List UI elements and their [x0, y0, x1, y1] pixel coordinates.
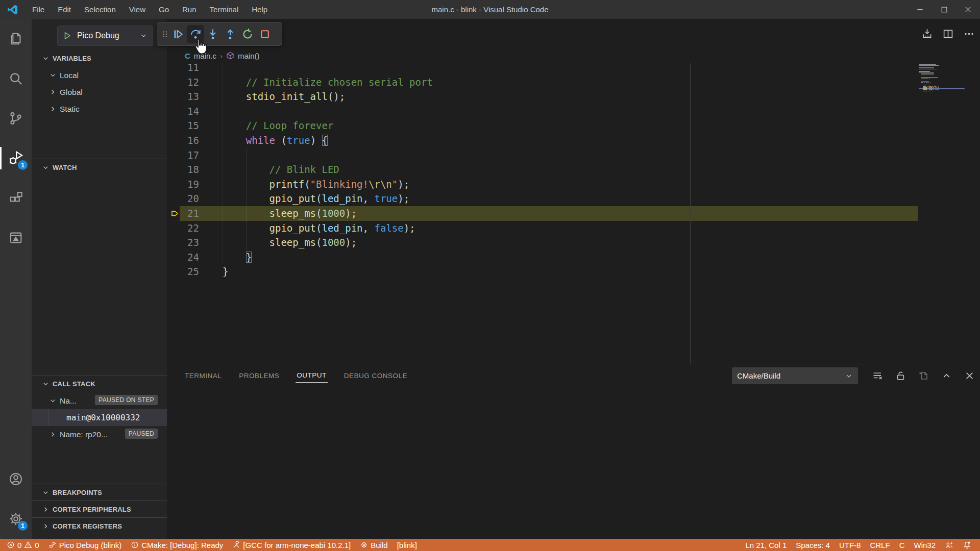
- code-line[interactable]: 15 // Loop forever: [167, 118, 980, 133]
- activity-extensions[interactable]: [0, 178, 32, 218]
- code-line[interactable]: 20 gpio_put(led_pin, true);: [167, 191, 980, 206]
- call-stack-thread-2[interactable]: Name: rp20... PAUSED: [32, 426, 167, 443]
- launch-config-dropdown[interactable]: Pico Debug: [57, 26, 153, 46]
- line-number: 22: [167, 221, 199, 236]
- code-line[interactable]: 25}: [167, 264, 980, 279]
- maximize-panel-icon[interactable]: [941, 370, 952, 381]
- code-line[interactable]: 23 sleep_ms(1000);: [167, 235, 980, 250]
- minimap-line: [927, 86, 927, 87]
- line-number: 20: [167, 191, 199, 206]
- problems-status[interactable]: 0 0: [2, 539, 44, 551]
- symbol-method-icon: [226, 52, 234, 60]
- language-mode-status[interactable]: C: [895, 539, 910, 551]
- debug-target-status[interactable]: Pico Debug (blink): [44, 539, 127, 551]
- code-line[interactable]: 18 // Blink LED: [167, 162, 980, 177]
- unlock-icon[interactable]: [895, 370, 906, 381]
- breakpoints-header[interactable]: BREAKPOINTS: [32, 484, 167, 501]
- code-line[interactable]: 22 gpio_put(led_pin, false);: [167, 221, 980, 236]
- chevron-right-icon: [49, 105, 57, 113]
- code-line[interactable]: 17: [167, 148, 980, 163]
- continue-button[interactable]: [169, 25, 187, 43]
- step-out-button[interactable]: [222, 25, 239, 43]
- variables-scope-static[interactable]: Static: [32, 101, 167, 117]
- cursor-position-status[interactable]: Ln 21, Col 1: [741, 539, 791, 551]
- close-panel-icon[interactable]: [964, 370, 975, 381]
- code-line[interactable]: 24 }: [167, 250, 980, 265]
- tab-problems[interactable]: PROBLEMS: [238, 369, 280, 383]
- tab-debug-console[interactable]: DEBUG CONSOLE: [343, 369, 408, 383]
- stop-button[interactable]: [256, 25, 274, 43]
- code-line[interactable]: 11: [167, 63, 980, 75]
- flash-project-icon[interactable]: [921, 28, 933, 40]
- notifications-status[interactable]: [958, 539, 976, 551]
- code-line[interactable]: 14: [167, 104, 980, 119]
- tab-output[interactable]: OUTPUT: [296, 368, 328, 383]
- minimap-line: [928, 86, 934, 87]
- minimize-button[interactable]: [908, 0, 932, 19]
- cortex-registers-header[interactable]: CORTEX REGISTERS: [32, 518, 167, 535]
- code-line[interactable]: 21 sleep_ms(1000);: [167, 206, 980, 221]
- minimap-line: [923, 85, 929, 86]
- menu-file[interactable]: File: [26, 0, 51, 19]
- restart-button[interactable]: [239, 25, 256, 43]
- maximize-button[interactable]: [932, 0, 956, 19]
- cmake-kit-status[interactable]: [GCC for arm-none-eabi 10.2.1]: [228, 539, 355, 551]
- watch-title: WATCH: [53, 164, 77, 171]
- activity-pico-project[interactable]: [0, 218, 32, 258]
- breadcrumb-symbol[interactable]: main(): [238, 52, 260, 60]
- indentation-status[interactable]: Spaces: 4: [791, 539, 835, 551]
- activity-run-debug[interactable]: 1: [0, 138, 32, 178]
- call-stack-header[interactable]: CALL STACK: [32, 375, 167, 392]
- split-editor-icon[interactable]: [942, 28, 954, 40]
- encoding-status[interactable]: UTF-8: [835, 539, 866, 551]
- call-stack-frame-main[interactable]: main@0x10000332: [32, 409, 167, 426]
- close-window-button[interactable]: [956, 0, 980, 19]
- variables-scope-global[interactable]: Global: [32, 84, 167, 101]
- activity-search[interactable]: [0, 59, 32, 98]
- variables-scope-local[interactable]: Local: [32, 67, 167, 84]
- toolbar-grip-icon[interactable]: [160, 29, 169, 40]
- menu-help[interactable]: Help: [245, 0, 274, 19]
- minimap[interactable]: [919, 63, 965, 129]
- menu-terminal[interactable]: Terminal: [203, 0, 246, 19]
- eol-status[interactable]: CRLF: [865, 539, 894, 551]
- code-text: }: [223, 250, 252, 265]
- output-channel-select[interactable]: CMake/Build: [732, 367, 858, 384]
- call-stack-thread-1[interactable]: Na... PAUSED ON STEP: [32, 392, 167, 409]
- watch-header[interactable]: WATCH: [32, 159, 167, 176]
- activity-account[interactable]: [0, 459, 32, 499]
- open-output-in-editor-icon[interactable]: [918, 370, 929, 381]
- minimap-line: [932, 91, 933, 92]
- menu-edit[interactable]: Edit: [51, 0, 78, 19]
- feedback-status[interactable]: [940, 539, 958, 551]
- activity-source-control[interactable]: [0, 98, 32, 138]
- menu-run[interactable]: Run: [176, 0, 203, 19]
- activity-settings[interactable]: 1: [0, 499, 32, 539]
- minimap-line: [929, 89, 933, 90]
- menu-selection[interactable]: Selection: [78, 0, 122, 19]
- more-actions-icon[interactable]: [963, 28, 975, 40]
- code-line[interactable]: 19 printf("Blinking!\r\n");: [167, 177, 980, 192]
- build-button-status[interactable]: Build: [355, 539, 392, 551]
- cmake-status[interactable]: CMake: [Debug]: Ready: [126, 539, 228, 551]
- variables-header[interactable]: VARIABLES: [32, 50, 167, 67]
- activity-explorer[interactable]: [0, 19, 32, 59]
- minimap-line: [933, 89, 934, 90]
- code-text: gpio_put(led_pin, false);: [223, 221, 415, 236]
- clear-output-icon[interactable]: [872, 370, 883, 381]
- breadcrumb: C main.c › main(): [167, 48, 980, 63]
- code-area[interactable]: 1112 // Initialize chosen serial port13 …: [167, 63, 980, 364]
- code-line[interactable]: 12 // Initialize chosen serial port: [167, 75, 980, 90]
- build-target-status[interactable]: [blink]: [393, 539, 422, 551]
- menu-go[interactable]: Go: [152, 0, 176, 19]
- platform-status[interactable]: Win32: [909, 539, 940, 551]
- code-line[interactable]: 16 while (true) {: [167, 133, 980, 148]
- status-left: 0 0 Pico Debug (blink) CMake: [Debug]: R…: [0, 539, 422, 551]
- code-line[interactable]: 13 stdio_init_all();: [167, 89, 980, 104]
- minimap-line: [919, 93, 919, 94]
- tab-terminal[interactable]: TERMINAL: [184, 369, 223, 383]
- search-icon: [8, 71, 23, 86]
- cortex-peripherals-header[interactable]: CORTEX PERIPHERALS: [32, 501, 167, 518]
- menu-view[interactable]: View: [122, 0, 152, 19]
- extensions-icon: [8, 190, 23, 206]
